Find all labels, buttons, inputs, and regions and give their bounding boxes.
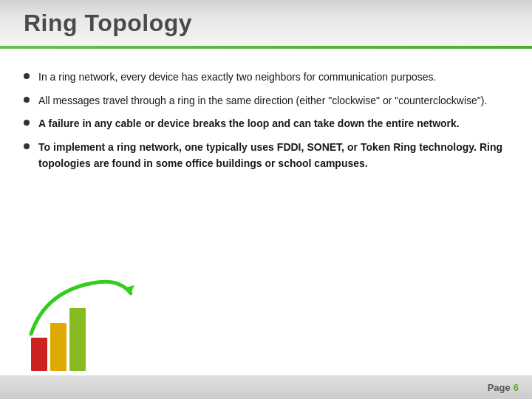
- slide-header: Ring Topology: [0, 0, 532, 46]
- slide-footer: Page 6: [0, 375, 532, 399]
- list-item: A failure in any cable or device breaks …: [24, 116, 502, 132]
- bullet-dot: [24, 143, 30, 149]
- svg-rect-0: [31, 338, 47, 371]
- bullet-text-3: A failure in any cable or device breaks …: [38, 116, 460, 132]
- chart-svg: [24, 275, 142, 371]
- slide-content: In a ring network, every device has exac…: [0, 49, 532, 186]
- page-label: Page: [488, 382, 511, 393]
- bullet-dot: [24, 73, 30, 79]
- list-item: To implement a ring network, one typical…: [24, 140, 502, 171]
- bullet-dot: [24, 97, 30, 103]
- page-number: 6: [514, 382, 519, 393]
- list-item: All messages travel through a ring in th…: [24, 93, 502, 109]
- svg-rect-2: [69, 308, 86, 371]
- bullet-text-1: In a ring network, every device has exac…: [38, 69, 437, 86]
- bullet-list: In a ring network, every device has exac…: [24, 69, 502, 171]
- bullet-dot: [24, 120, 30, 126]
- slide-title: Ring Topology: [24, 10, 192, 37]
- bullet-text-2: All messages travel through a ring in th…: [38, 93, 487, 109]
- svg-rect-1: [50, 323, 66, 371]
- decorative-chart: [24, 275, 142, 371]
- list-item: In a ring network, every device has exac…: [24, 69, 502, 86]
- bullet-text-4: To implement a ring network, one typical…: [38, 140, 502, 171]
